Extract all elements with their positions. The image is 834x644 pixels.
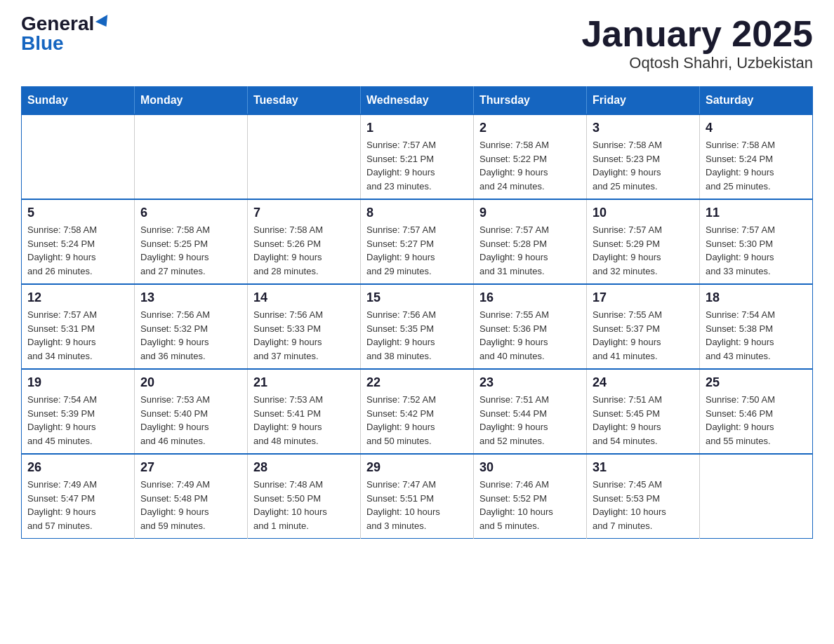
calendar-table: SundayMondayTuesdayWednesdayThursdayFrid… (21, 86, 813, 539)
day-info: Sunrise: 7:53 AM Sunset: 5:40 PM Dayligh… (140, 393, 241, 448)
calendar-cell: 6Sunrise: 7:58 AM Sunset: 5:25 PM Daylig… (135, 199, 248, 284)
day-number: 20 (140, 375, 241, 390)
logo: General Blue (21, 14, 111, 53)
calendar-title: January 2025 (581, 14, 813, 54)
day-number: 29 (366, 460, 468, 475)
calendar-cell: 24Sunrise: 7:51 AM Sunset: 5:45 PM Dayli… (587, 369, 700, 454)
day-number: 1 (366, 121, 468, 135)
day-of-week-header: Thursday (474, 87, 587, 115)
day-number: 12 (27, 290, 128, 305)
calendar-cell: 7Sunrise: 7:58 AM Sunset: 5:26 PM Daylig… (248, 199, 361, 284)
day-number: 22 (366, 375, 468, 390)
day-info: Sunrise: 7:58 AM Sunset: 5:24 PM Dayligh… (706, 138, 807, 193)
day-info: Sunrise: 7:49 AM Sunset: 5:48 PM Dayligh… (140, 478, 241, 532)
calendar-cell: 18Sunrise: 7:54 AM Sunset: 5:38 PM Dayli… (700, 284, 813, 369)
day-info: Sunrise: 7:49 AM Sunset: 5:47 PM Dayligh… (27, 478, 128, 532)
calendar-subtitle: Oqtosh Shahri, Uzbekistan (581, 54, 813, 72)
day-number: 15 (366, 290, 468, 305)
day-of-week-header: Saturday (700, 87, 813, 115)
calendar-cell: 1Sunrise: 7:57 AM Sunset: 5:21 PM Daylig… (361, 114, 474, 199)
calendar-cell: 8Sunrise: 7:57 AM Sunset: 5:27 PM Daylig… (361, 199, 474, 284)
calendar-cell: 19Sunrise: 7:54 AM Sunset: 5:39 PM Dayli… (22, 369, 135, 454)
calendar-cell: 11Sunrise: 7:57 AM Sunset: 5:30 PM Dayli… (700, 199, 813, 284)
day-of-week-header: Friday (587, 87, 700, 115)
day-number: 13 (140, 290, 241, 305)
day-number: 10 (593, 206, 694, 220)
calendar-cell (135, 114, 248, 199)
day-info: Sunrise: 7:57 AM Sunset: 5:28 PM Dayligh… (479, 223, 581, 278)
day-info: Sunrise: 7:57 AM Sunset: 5:30 PM Dayligh… (706, 223, 807, 278)
day-number: 21 (253, 375, 355, 390)
day-number: 24 (593, 375, 694, 390)
day-info: Sunrise: 7:57 AM Sunset: 5:27 PM Dayligh… (366, 223, 468, 278)
day-number: 28 (253, 460, 355, 475)
day-info: Sunrise: 7:54 AM Sunset: 5:38 PM Dayligh… (706, 308, 807, 363)
page-header: General Blue January 2025 Oqtosh Shahri,… (21, 14, 813, 72)
day-number: 2 (479, 121, 581, 135)
calendar-cell: 16Sunrise: 7:55 AM Sunset: 5:36 PM Dayli… (474, 284, 587, 369)
day-info: Sunrise: 7:58 AM Sunset: 5:26 PM Dayligh… (253, 223, 355, 278)
calendar-cell: 26Sunrise: 7:49 AM Sunset: 5:47 PM Dayli… (22, 454, 135, 539)
calendar-header: SundayMondayTuesdayWednesdayThursdayFrid… (22, 87, 813, 115)
days-of-week-row: SundayMondayTuesdayWednesdayThursdayFrid… (22, 87, 813, 115)
day-number: 6 (140, 206, 241, 220)
calendar-cell: 4Sunrise: 7:58 AM Sunset: 5:24 PM Daylig… (700, 114, 813, 199)
day-number: 23 (479, 375, 581, 390)
day-info: Sunrise: 7:54 AM Sunset: 5:39 PM Dayligh… (27, 393, 128, 448)
day-number: 8 (366, 206, 468, 220)
day-info: Sunrise: 7:53 AM Sunset: 5:41 PM Dayligh… (253, 393, 355, 448)
calendar-cell: 9Sunrise: 7:57 AM Sunset: 5:28 PM Daylig… (474, 199, 587, 284)
calendar-cell: 5Sunrise: 7:58 AM Sunset: 5:24 PM Daylig… (22, 199, 135, 284)
day-info: Sunrise: 7:58 AM Sunset: 5:23 PM Dayligh… (593, 138, 694, 193)
calendar-week-row: 5Sunrise: 7:58 AM Sunset: 5:24 PM Daylig… (22, 199, 813, 284)
calendar-cell: 20Sunrise: 7:53 AM Sunset: 5:40 PM Dayli… (135, 369, 248, 454)
day-number: 4 (706, 121, 807, 135)
day-info: Sunrise: 7:58 AM Sunset: 5:25 PM Dayligh… (140, 223, 241, 278)
calendar-cell: 29Sunrise: 7:47 AM Sunset: 5:51 PM Dayli… (361, 454, 474, 539)
calendar-body: 1Sunrise: 7:57 AM Sunset: 5:21 PM Daylig… (22, 114, 813, 539)
calendar-cell (22, 114, 135, 199)
calendar-cell (248, 114, 361, 199)
day-info: Sunrise: 7:55 AM Sunset: 5:37 PM Dayligh… (593, 308, 694, 363)
calendar-cell: 13Sunrise: 7:56 AM Sunset: 5:32 PM Dayli… (135, 284, 248, 369)
calendar-week-row: 26Sunrise: 7:49 AM Sunset: 5:47 PM Dayli… (22, 454, 813, 539)
day-number: 30 (479, 460, 581, 475)
day-info: Sunrise: 7:47 AM Sunset: 5:51 PM Dayligh… (366, 478, 468, 532)
day-number: 19 (27, 375, 128, 390)
day-number: 9 (479, 206, 581, 220)
calendar-cell: 27Sunrise: 7:49 AM Sunset: 5:48 PM Dayli… (135, 454, 248, 539)
day-number: 16 (479, 290, 581, 305)
calendar-cell: 15Sunrise: 7:56 AM Sunset: 5:35 PM Dayli… (361, 284, 474, 369)
day-info: Sunrise: 7:56 AM Sunset: 5:35 PM Dayligh… (366, 308, 468, 363)
day-info: Sunrise: 7:57 AM Sunset: 5:31 PM Dayligh… (27, 308, 128, 363)
calendar-cell: 12Sunrise: 7:57 AM Sunset: 5:31 PM Dayli… (22, 284, 135, 369)
calendar-cell: 21Sunrise: 7:53 AM Sunset: 5:41 PM Dayli… (248, 369, 361, 454)
day-number: 3 (593, 121, 694, 135)
calendar-cell: 22Sunrise: 7:52 AM Sunset: 5:42 PM Dayli… (361, 369, 474, 454)
calendar-cell: 17Sunrise: 7:55 AM Sunset: 5:37 PM Dayli… (587, 284, 700, 369)
calendar-cell: 14Sunrise: 7:56 AM Sunset: 5:33 PM Dayli… (248, 284, 361, 369)
day-info: Sunrise: 7:51 AM Sunset: 5:44 PM Dayligh… (479, 393, 581, 448)
day-info: Sunrise: 7:50 AM Sunset: 5:46 PM Dayligh… (706, 393, 807, 448)
day-info: Sunrise: 7:48 AM Sunset: 5:50 PM Dayligh… (253, 478, 355, 532)
day-info: Sunrise: 7:56 AM Sunset: 5:33 PM Dayligh… (253, 308, 355, 363)
day-info: Sunrise: 7:51 AM Sunset: 5:45 PM Dayligh… (593, 393, 694, 448)
day-number: 11 (706, 206, 807, 220)
logo-arrow-icon (95, 15, 112, 30)
day-info: Sunrise: 7:45 AM Sunset: 5:53 PM Dayligh… (593, 478, 694, 532)
day-info: Sunrise: 7:58 AM Sunset: 5:22 PM Dayligh… (479, 138, 581, 193)
calendar-cell: 31Sunrise: 7:45 AM Sunset: 5:53 PM Dayli… (587, 454, 700, 539)
calendar-week-row: 12Sunrise: 7:57 AM Sunset: 5:31 PM Dayli… (22, 284, 813, 369)
day-info: Sunrise: 7:46 AM Sunset: 5:52 PM Dayligh… (479, 478, 581, 532)
day-number: 27 (140, 460, 241, 475)
calendar-cell: 23Sunrise: 7:51 AM Sunset: 5:44 PM Dayli… (474, 369, 587, 454)
day-of-week-header: Monday (135, 87, 248, 115)
calendar-cell (700, 454, 813, 539)
calendar-cell: 25Sunrise: 7:50 AM Sunset: 5:46 PM Dayli… (700, 369, 813, 454)
day-info: Sunrise: 7:55 AM Sunset: 5:36 PM Dayligh… (479, 308, 581, 363)
day-of-week-header: Sunday (22, 87, 135, 115)
calendar-cell: 28Sunrise: 7:48 AM Sunset: 5:50 PM Dayli… (248, 454, 361, 539)
calendar-cell: 3Sunrise: 7:58 AM Sunset: 5:23 PM Daylig… (587, 114, 700, 199)
day-number: 18 (706, 290, 807, 305)
logo-general-text: General (21, 14, 94, 34)
